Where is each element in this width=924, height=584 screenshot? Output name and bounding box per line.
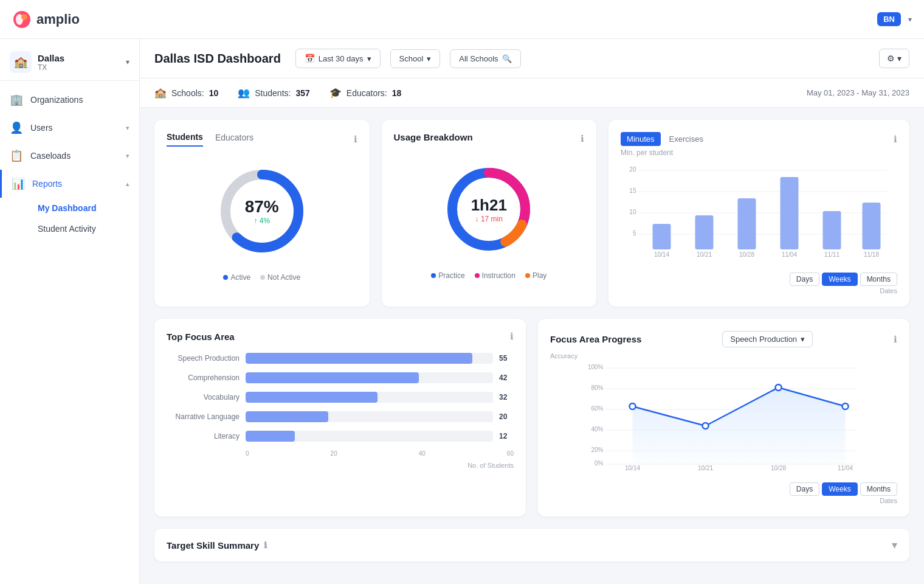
tab-exercises[interactable]: Exercises (663, 132, 709, 146)
svg-text:0%: 0% (595, 460, 604, 467)
students-card: Students Educators ℹ 87% ↑ 4% (154, 120, 370, 307)
svg-rect-20 (738, 198, 756, 249)
hbar-row-4: Narrative Language 20 (167, 411, 514, 422)
focus-area-header: Top Focus Area ℹ (167, 331, 514, 342)
sidebar-item-organizations[interactable]: 🏢 Organizations (0, 86, 139, 114)
focus-area-title: Top Focus Area (167, 332, 235, 342)
target-skill-title: Target Skill Summary ℹ (167, 540, 267, 551)
stats-bar: 🏫 Schools: 10 👥 Students: 357 🎓 Educator… (140, 78, 924, 108)
school-search-button[interactable]: All Schools 🔍 (450, 49, 520, 68)
filter-right: ⚙ ▾ (879, 49, 909, 68)
search-icon: 🔍 (502, 54, 512, 63)
educators-value: 18 (392, 88, 402, 98)
dropdown-label: Speech Production (730, 335, 797, 344)
chart-controls: Days Weeks Months (790, 273, 897, 286)
tab-minutes[interactable]: Minutes (621, 132, 661, 146)
students-change: ↑ 4% (245, 217, 279, 225)
info-icon[interactable]: ℹ (581, 133, 584, 144)
accuracy-label: Accuracy (550, 352, 897, 360)
hbar-row-1: Speech Production 55 (167, 353, 514, 364)
target-info-icon[interactable]: ℹ (264, 540, 267, 550)
logo-text: amplio (36, 12, 80, 27)
svg-text:11/18: 11/18 (864, 251, 879, 258)
bar-chart-svg: 20 15 10 5 10/14 10/21 (621, 164, 897, 262)
usage-time: 1h21 (471, 196, 507, 215)
svg-text:60%: 60% (591, 405, 603, 412)
axis-label: 20 (331, 450, 337, 457)
hbar-label: Narrative Language (167, 412, 240, 421)
sidebar-item-student-activity[interactable]: Student Activity (28, 218, 139, 239)
axis-label: 60 (507, 450, 514, 457)
sidebar-item-reports[interactable]: 📊 Reports ▴ (0, 170, 139, 198)
date-filter-label: Last 30 days (319, 54, 364, 63)
expand-icon[interactable]: ▾ (892, 538, 897, 552)
students-stat: 👥 Students: 357 (238, 87, 310, 99)
svg-text:10/14: 10/14 (625, 465, 640, 471)
district-state: TX (38, 63, 64, 72)
hbar-axis: 0 20 40 60 (167, 450, 514, 457)
chevron-down-icon[interactable]: ▾ (908, 15, 912, 24)
hbar-row-2: Comprehension 42 (167, 372, 514, 383)
district-name: Dallas (38, 53, 64, 63)
ctrl-months[interactable]: Months (860, 482, 897, 496)
sidebar-item-caseloads[interactable]: 📋 Caseloads ▾ (0, 142, 139, 170)
sidebar-item-users[interactable]: 👤 Users ▾ (0, 114, 139, 142)
usage-card-header: Usage Breakdown ℹ (394, 132, 585, 145)
svg-point-43 (776, 384, 782, 391)
info-icon[interactable]: ℹ (510, 331, 514, 342)
date-range: May 01, 2023 - May 31, 2023 (807, 88, 909, 97)
svg-text:15: 15 (629, 187, 636, 194)
progress-dropdown[interactable]: Speech Production ▾ (722, 331, 813, 347)
sidebar-item-my-dashboard[interactable]: My Dashboard (28, 198, 139, 218)
tab-students[interactable]: Students (167, 132, 203, 147)
progress-header: Focus Area Progress Speech Production ▾ … (550, 331, 897, 347)
district-icon: 🏫 (10, 51, 32, 73)
organizations-icon: 🏢 (10, 93, 23, 106)
axis-title: No. of Students (167, 462, 514, 469)
users-icon: 👤 (10, 121, 23, 134)
hbar-label: Vocabulary (167, 393, 240, 401)
filter-icon-button[interactable]: ⚙ ▾ (879, 49, 909, 68)
educators-icon: 🎓 (329, 87, 342, 99)
educators-label: Educators: (346, 88, 387, 98)
info-icon[interactable]: ℹ (354, 134, 357, 145)
svg-text:10/21: 10/21 (697, 251, 712, 258)
dates-label: Dates (550, 497, 897, 504)
logo: amplio (12, 10, 80, 29)
info-icon[interactable]: ℹ (894, 334, 897, 345)
svg-point-41 (630, 403, 636, 409)
date-filter-button[interactable]: 📅 Last 30 days ▾ (295, 49, 381, 68)
ctrl-months[interactable]: Months (860, 273, 897, 286)
calendar-icon: 📅 (305, 54, 315, 63)
students-donut: 87% ↑ 4% (213, 162, 311, 260)
svg-text:20%: 20% (591, 447, 603, 453)
school-filter-button[interactable]: School ▾ (390, 49, 441, 68)
target-skill-card[interactable]: Target Skill Summary ℹ ▾ (154, 529, 909, 561)
info-icon[interactable]: ℹ (894, 134, 897, 145)
ctrl-days[interactable]: Days (790, 273, 819, 286)
svg-text:80%: 80% (591, 384, 603, 391)
ctrl-weeks[interactable]: Weeks (822, 273, 857, 286)
progress-chart-controls: Days Weeks Months (790, 482, 897, 496)
schools-label: Schools: (171, 88, 204, 98)
hbar-value: 42 (499, 374, 514, 382)
svg-rect-18 (695, 215, 714, 249)
sidebar-item-label: Reports (32, 179, 62, 189)
hbar-label: Comprehension (167, 374, 240, 382)
chevron-down-icon: ▾ (427, 54, 431, 63)
ctrl-weeks[interactable]: Weeks (822, 482, 857, 496)
hbar-row-5: Literacy 12 (167, 431, 514, 442)
sidebar-district[interactable]: 🏫 Dallas TX ▾ (0, 44, 139, 81)
chevron-down-icon: ▾ (801, 335, 805, 344)
card-tabs: Students Educators ℹ (167, 132, 357, 147)
hbar-fill (246, 411, 328, 422)
user-badge[interactable]: BN (877, 12, 901, 26)
sidebar-item-label: Organizations (30, 95, 83, 105)
usage-donut: 1h21 ↓ 17 min (440, 161, 537, 258)
svg-text:10/14: 10/14 (654, 251, 669, 258)
usage-title: Usage Breakdown (394, 132, 473, 142)
school-filter-label: School (399, 54, 424, 63)
ctrl-days[interactable]: Days (790, 482, 819, 496)
svg-text:100%: 100% (588, 364, 604, 370)
tab-educators[interactable]: Educators (215, 133, 253, 146)
